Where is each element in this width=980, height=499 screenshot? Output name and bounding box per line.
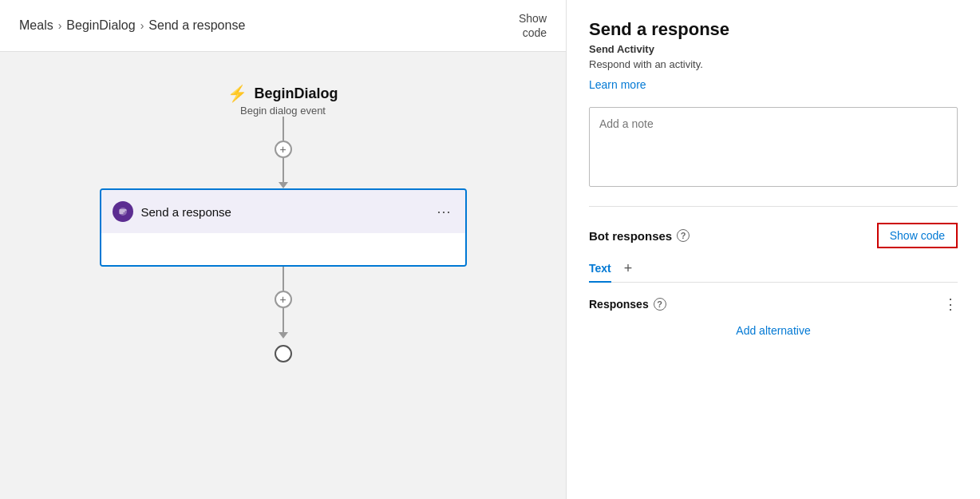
connector-line-2 (283, 158, 284, 182)
connector-line-3 (283, 267, 284, 291)
breadcrumb-sep-1: › (58, 19, 62, 32)
canvas-area: ⚡ BeginDialog Begin dialog event + (0, 52, 566, 499)
connector-bottom: + (275, 267, 292, 362)
add-button-bottom[interactable]: + (275, 291, 292, 308)
panel-title: Send a response (589, 19, 958, 40)
response-card-body (101, 233, 465, 265)
help-icon-symbol: ? (681, 231, 686, 240)
bot-responses-row: Bot responses ? Show code (589, 223, 958, 248)
breadcrumb-send-response[interactable]: Send a response (148, 18, 245, 33)
bot-responses-label: Bot responses ? (589, 229, 690, 243)
response-card[interactable]: Send a response ⋯ (100, 188, 467, 267)
breadcrumb: Meals › BeginDialog › Send a response (19, 18, 245, 33)
tab-text[interactable]: Text (589, 262, 611, 283)
connector-top: + (275, 117, 292, 188)
responses-label: Responses ? (589, 298, 666, 311)
learn-more-link[interactable]: Learn more (589, 78, 958, 91)
connector-line-4 (283, 308, 284, 332)
add-icon-top: + (279, 143, 286, 156)
end-circle (275, 345, 292, 362)
lightning-icon: ⚡ (227, 84, 247, 103)
show-code-panel-button[interactable]: Show code (877, 223, 958, 248)
responses-text: Responses (589, 298, 649, 311)
begin-dialog-label: ⚡ BeginDialog Begin dialog event (227, 84, 338, 117)
bot-responses-text: Bot responses (589, 229, 672, 243)
add-icon-bottom: + (279, 293, 286, 306)
responses-row: Responses ? ⋮ (589, 295, 958, 313)
add-button-top[interactable]: + (275, 141, 292, 158)
breadcrumb-sep-2: › (140, 19, 144, 32)
begin-dialog-title: ⚡ BeginDialog (227, 84, 338, 103)
tabs-row: Text + (589, 261, 958, 283)
begin-dialog-sub: Begin dialog event (240, 105, 326, 117)
breadcrumb-begindialog[interactable]: BeginDialog (66, 18, 135, 33)
response-card-title: Send a response (141, 205, 231, 219)
right-panel: Send a response Send Activity Respond wi… (567, 0, 980, 499)
response-card-left: Send a response (113, 201, 231, 222)
breadcrumb-meals[interactable]: Meals (19, 18, 53, 33)
left-panel: Meals › BeginDialog › Send a response Sh… (0, 0, 567, 499)
left-header: Meals › BeginDialog › Send a response Sh… (0, 0, 566, 52)
show-code-button-header[interactable]: Show code (519, 11, 547, 40)
tab-add-button[interactable]: + (624, 261, 633, 282)
begin-dialog-text: BeginDialog (254, 85, 338, 102)
response-card-menu[interactable]: ⋯ (433, 200, 454, 224)
arrow-down-top (279, 182, 288, 188)
add-alternative-button[interactable]: Add alternative (589, 324, 958, 337)
panel-desc: Respond with an activity. (589, 58, 958, 70)
connector-line-1 (283, 117, 284, 141)
panel-subtitle: Send Activity (589, 43, 958, 55)
responses-menu-button[interactable]: ⋮ (943, 295, 958, 313)
note-textarea[interactable] (589, 107, 958, 187)
response-icon (113, 201, 133, 222)
bot-responses-help-icon[interactable]: ? (677, 229, 690, 242)
arrow-down-bottom (279, 332, 288, 339)
response-card-header: Send a response ⋯ (101, 190, 465, 233)
begin-dialog-node: ⚡ BeginDialog Begin dialog event + (100, 84, 467, 362)
responses-help-icon[interactable]: ? (654, 298, 666, 311)
responses-help-symbol: ? (657, 299, 662, 309)
divider (589, 206, 958, 207)
